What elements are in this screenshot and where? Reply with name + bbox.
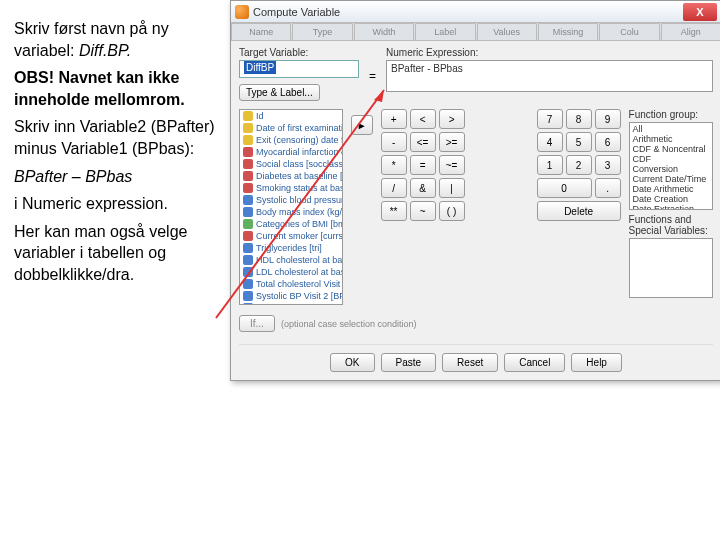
variable-list-item[interactable]: Exit (censoring) date for ... <box>240 134 342 146</box>
key-5[interactable]: 5 <box>566 132 592 152</box>
variable-label: Date of first examination... <box>256 123 343 133</box>
bg-tab: Align <box>661 23 720 40</box>
key-delete[interactable]: Delete <box>537 201 621 221</box>
target-variable-input[interactable]: DiffBP <box>239 60 359 78</box>
key-not[interactable]: ~ <box>410 201 436 221</box>
key-mult[interactable]: * <box>381 155 407 175</box>
variable-type-icon <box>243 195 253 205</box>
variable-list-item[interactable]: Id <box>240 110 342 122</box>
key-neq[interactable]: ~= <box>439 155 465 175</box>
titlebar: Compute Variable X <box>231 1 720 23</box>
variable-list-item[interactable]: Systolic BP Visit 2 [BPafter] <box>240 290 342 302</box>
key-3[interactable]: 3 <box>595 155 621 175</box>
key-div[interactable]: / <box>381 178 407 198</box>
key-6[interactable]: 6 <box>595 132 621 152</box>
compute-variable-dialog: Compute Variable X Name Type Width Label… <box>230 0 720 381</box>
variable-type-icon <box>243 183 253 193</box>
variable-list-item[interactable]: Current smoker [currsmok] <box>240 230 342 242</box>
if-button[interactable]: If... <box>239 315 275 332</box>
key-plus[interactable]: + <box>381 109 407 129</box>
variable-list-item[interactable]: Total cholesterol Visit 2 [t... <box>240 278 342 290</box>
variable-list-item[interactable]: Myocardial infarction or d... <box>240 146 342 158</box>
function-group-item[interactable]: Current Date/Time <box>631 174 711 184</box>
variable-list-item[interactable]: Diabetes at baseline [dia... <box>240 170 342 182</box>
function-group-item[interactable]: Conversion <box>631 164 711 174</box>
variable-list-item[interactable]: LDL cholesterol at baseli... <box>240 266 342 278</box>
key-1[interactable]: 1 <box>537 155 563 175</box>
variable-type-icon <box>243 171 253 181</box>
variable-type-icon <box>243 111 253 121</box>
variable-type-icon <box>243 255 253 265</box>
bg-tab: Missing <box>538 23 598 40</box>
variable-type-icon <box>243 267 253 277</box>
variable-list-item[interactable]: Date of first examination... <box>240 122 342 134</box>
transfer-to-expression-button[interactable]: ► <box>351 115 373 135</box>
key-ge[interactable]: >= <box>439 132 465 152</box>
variable-label: Categories of BMI [bmicat] <box>256 219 343 229</box>
function-group-item[interactable]: Date Creation <box>631 194 711 204</box>
functions-list[interactable] <box>629 238 713 298</box>
key-9[interactable]: 9 <box>595 109 621 129</box>
variable-label: Systolic blood pressure a... <box>256 195 343 205</box>
key-pow[interactable]: ** <box>381 201 407 221</box>
type-label-button[interactable]: Type & Label... <box>239 84 320 101</box>
function-group-item[interactable]: Date Extraction <box>631 204 711 210</box>
key-7[interactable]: 7 <box>537 109 563 129</box>
paste-button[interactable]: Paste <box>381 353 437 372</box>
variable-list-item[interactable]: Social class [socclass] <box>240 158 342 170</box>
numeric-expression-input[interactable]: BPafter - BPbas <box>386 60 713 92</box>
variable-label: Smoking status at baseli... <box>256 183 343 193</box>
variable-type-icon <box>243 207 253 217</box>
variable-list-item[interactable]: Body mass index (kg/m2)... <box>240 206 342 218</box>
key-dot[interactable]: . <box>595 178 621 198</box>
help-button[interactable]: Help <box>571 353 622 372</box>
bg-tab: Label <box>415 23 475 40</box>
variable-label: Body mass index (kg/m2)... <box>256 207 343 217</box>
reset-button[interactable]: Reset <box>442 353 498 372</box>
variable-label: Myocardial infarction or d... <box>256 147 343 157</box>
function-group-item[interactable]: Arithmetic <box>631 134 711 144</box>
variable-list-item[interactable]: DiffBP <box>240 302 342 305</box>
variable-label: Social class [socclass] <box>256 159 343 169</box>
bg-tab: Name <box>231 23 291 40</box>
key-minus[interactable]: - <box>381 132 407 152</box>
key-gt[interactable]: > <box>439 109 465 129</box>
key-or[interactable]: | <box>439 178 465 198</box>
variable-list[interactable]: IdDate of first examination...Exit (cens… <box>239 109 343 305</box>
function-group-item[interactable]: All <box>631 124 711 134</box>
variable-type-icon <box>243 303 253 305</box>
key-lt[interactable]: < <box>410 109 436 129</box>
variable-list-item[interactable]: Systolic blood pressure a... <box>240 194 342 206</box>
variable-type-icon <box>243 291 253 301</box>
variable-type-icon <box>243 159 253 169</box>
function-group-item[interactable]: CDF & Noncentral CDF <box>631 144 711 164</box>
key-paren[interactable]: ( ) <box>439 201 465 221</box>
variable-list-item[interactable]: HDL cholesterol at baseli... <box>240 254 342 266</box>
variable-type-icon <box>243 231 253 241</box>
variable-label: Current smoker [currsmok] <box>256 231 343 241</box>
close-button[interactable]: X <box>683 3 717 21</box>
variable-type-icon <box>243 279 253 289</box>
key-0[interactable]: 0 <box>537 178 592 198</box>
ok-button[interactable]: OK <box>330 353 374 372</box>
key-8[interactable]: 8 <box>566 109 592 129</box>
function-group-list[interactable]: AllArithmeticCDF & Noncentral CDFConvers… <box>629 122 713 210</box>
key-and[interactable]: & <box>410 178 436 198</box>
variable-type-icon <box>243 147 253 157</box>
variable-label: Exit (censoring) date for ... <box>256 135 343 145</box>
background-tabs: Name Type Width Label Values Missing Col… <box>231 23 720 41</box>
instruction-text: Skriv først navn på ny variabel: Diff.BP… <box>14 18 224 292</box>
variable-label: Total cholesterol Visit 2 [t... <box>256 279 343 289</box>
keypad: + < > 7 8 9 - <= >= 4 5 6 * <box>381 109 621 221</box>
variable-list-item[interactable]: Smoking status at baseli... <box>240 182 342 194</box>
variable-label: Diabetes at baseline [dia... <box>256 171 343 181</box>
variable-list-item[interactable]: Categories of BMI [bmicat] <box>240 218 342 230</box>
function-group-item[interactable]: Date Arithmetic <box>631 184 711 194</box>
key-4[interactable]: 4 <box>537 132 563 152</box>
variable-list-item[interactable]: Triglycerides [tri] <box>240 242 342 254</box>
key-le[interactable]: <= <box>410 132 436 152</box>
key-2[interactable]: 2 <box>566 155 592 175</box>
variable-type-icon <box>243 123 253 133</box>
cancel-button[interactable]: Cancel <box>504 353 565 372</box>
key-eq[interactable]: = <box>410 155 436 175</box>
